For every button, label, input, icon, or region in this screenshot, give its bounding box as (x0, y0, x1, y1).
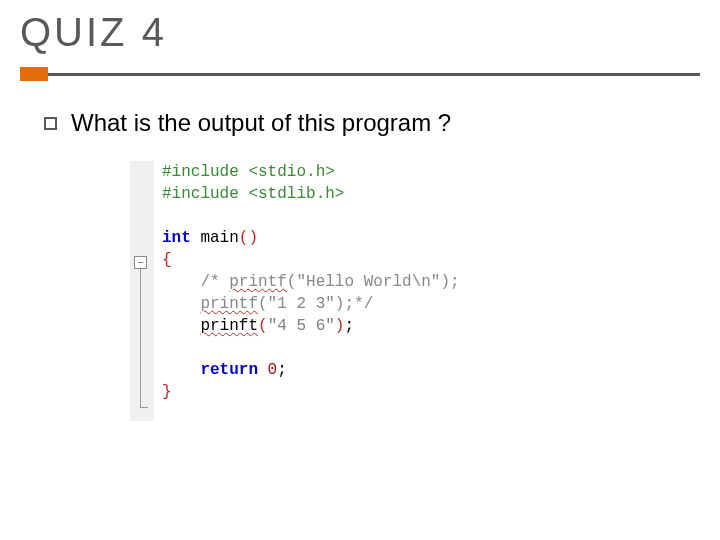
paren-open: ( (258, 317, 268, 335)
string-literal: "4 5 6" (268, 317, 335, 335)
bullet-item: What is the output of this program ? (44, 109, 700, 137)
keyword-return: return (200, 361, 258, 379)
brace-close: } (162, 383, 172, 401)
comment-rest: ("Hello World\n"); (287, 273, 460, 291)
code-block: − #include <stdio.h> #include <stdlib.h>… (130, 161, 700, 421)
keyword-int: int (162, 229, 191, 247)
preproc-include: #include (162, 163, 239, 181)
indent (162, 361, 200, 379)
comment-indent (162, 295, 200, 313)
semicolon: ; (277, 361, 287, 379)
fold-end-icon (140, 407, 148, 408)
paren-open: ( (239, 229, 249, 247)
brace-open: { (162, 251, 172, 269)
preproc-include: #include (162, 185, 239, 203)
accent-box (20, 67, 48, 81)
slide: QUIZ 4 What is the output of this progra… (0, 0, 720, 540)
fn-call-prinft: prinft (200, 317, 258, 335)
preproc-header: <stdlib.h> (239, 185, 345, 203)
code-gutter: − (130, 161, 154, 421)
paren-close: ) (335, 317, 345, 335)
fold-guide-line (140, 269, 141, 407)
paren-close: ) (248, 229, 258, 247)
question-text: What is the output of this program ? (71, 109, 451, 137)
comment-rest: ("1 2 3");*/ (258, 295, 373, 313)
semicolon: ; (344, 317, 354, 335)
comment-printf: printf (229, 273, 287, 291)
code-content: #include <stdio.h> #include <stdlib.h> i… (154, 161, 460, 421)
fold-toggle-icon[interactable]: − (134, 256, 147, 269)
fn-main: main (191, 229, 239, 247)
accent-line (48, 73, 700, 76)
number-zero: 0 (258, 361, 277, 379)
comment-start: /* (162, 273, 229, 291)
indent (162, 317, 200, 335)
page-title: QUIZ 4 (20, 10, 700, 55)
comment-printf: printf (200, 295, 258, 313)
preproc-header: <stdio.h> (239, 163, 335, 181)
square-bullet-icon (44, 117, 57, 130)
accent-divider (20, 67, 700, 81)
